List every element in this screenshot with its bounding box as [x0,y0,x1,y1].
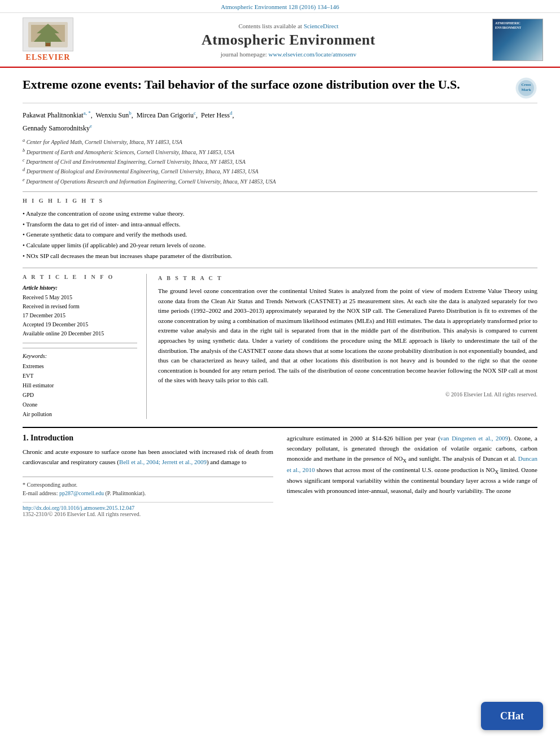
svg-text:Mark: Mark [521,88,531,92]
divider-abstract [23,268,537,268]
keyword-extremes: Extremes [23,361,137,371]
article-info: A R T I C L E I N F O Article history: R… [23,274,147,419]
highlights-section: H I G H L I G H T S Analyze the concentr… [23,198,537,261]
doi-line: http://dx.doi.org/10.1016/j.atmosenv.201… [23,505,273,511]
highlight-item-3: Generate synthetic data to compare and v… [23,229,537,240]
issn-line: 1352-2310/© 2016 Elsevier Ltd. All right… [23,511,273,517]
footnote-area: * Corresponding author. E-mail address: … [23,477,273,497]
article-title: Extreme ozone events: Tail behavior of t… [23,77,515,93]
author-mircea: Mircea Dan Grigoriu [137,111,194,119]
aff-e: e Department of Operations Research and … [23,177,537,186]
keyword-gpd: GPD [23,390,137,400]
homepage-line: journal homepage: www.elsevier.com/locat… [85,51,492,58]
author-peter: Peter Hess [201,111,230,119]
article-title-section: Extreme ozone events: Tail behavior of t… [23,77,537,103]
keyword-list: Extremes EVT Hill estimator GPD Ozone Ai… [23,361,137,419]
highlight-list: Analyze the concentration of ozone using… [23,208,537,261]
main-content: Extreme ozone events: Tail behavior of t… [0,68,560,517]
journal-header-center: Contents lists available at ScienceDirec… [85,23,492,58]
email-link[interactable]: pp287@cornell.edu [59,490,104,496]
elsevier-logo-area: ELSEVIER [11,18,85,62]
aff-d: d Department of Biological and Environme… [23,167,537,176]
aff-b: b Department of Earth and Atmospheric Sc… [23,147,537,156]
journal-header: ELSEVIER Contents lists available at Sci… [0,13,560,68]
sciencedirect-link[interactable]: ScienceDirect [304,23,339,29]
intro-text-right: agriculture estimated in 2000 at $14-$26… [287,434,537,496]
journal-cover-image: ATMOSPHERIC ENVIRONMENT [492,19,543,61]
author-line: Pakawat Phalitnonkiata, *, Wenxiu Sunb, … [23,109,537,121]
keywords-divider [23,343,137,343]
cover-text: ATMOSPHERIC ENVIRONMENT [495,21,540,30]
email-line: E-mail address: pp287@cornell.edu (P. Ph… [23,489,273,497]
authors-section: Pakawat Phalitnonkiata, *, Wenxiu Sunb, … [23,109,537,186]
keyword-ozone: Ozone [23,400,137,409]
article-info-abstract: A R T I C L E I N F O Article history: R… [23,274,537,419]
received-date: Received 5 May 2015 [23,293,137,302]
bottom-bar: http://dx.doi.org/10.1016/j.atmosenv.201… [23,502,273,517]
highlight-item-2: Transform the data to get rid of inter- … [23,219,537,230]
abstract-label: A B S T R A C T [158,274,537,283]
crossmark-badge: Cross Mark [515,77,537,99]
keyword-evt: EVT [23,371,137,381]
affiliations: a Center for Applied Math, Cornell Unive… [23,137,537,186]
article-history-content: Received 5 May 2015 Received in revised … [23,293,137,338]
intro-two-col: 1. Introduction Chronic and acute exposu… [23,434,537,517]
sciencedirect-line: Contents lists available at ScienceDirec… [85,23,492,29]
aff-c: c Department of Civil and Environmental … [23,157,537,166]
corresponding-author: * Corresponding author. [23,480,273,489]
doi-link[interactable]: http://dx.doi.org/10.1016/j.atmosenv.201… [23,505,134,511]
divider-highlights [23,191,537,192]
intro-right: agriculture estimated in 2000 at $14-$26… [287,434,537,517]
intro-left: 1. Introduction Chronic and acute exposu… [23,434,273,517]
chat-button[interactable]: CHat [481,702,543,730]
intro-text-left: Chronic and acute exposure to surface oz… [23,447,273,467]
keywords-section: Keywords: Extremes EVT Hill estimator GP… [23,348,137,419]
keywords-title: Keywords: [23,353,137,359]
copyright-line: © 2016 Elsevier Ltd. All rights reserved… [158,390,537,399]
abstract-text: The ground level ozone concentration ove… [158,286,537,386]
elsevier-tree-image [23,18,73,51]
svg-text:Cross: Cross [522,82,531,87]
author-gennady: Gennady Samorodnitsky [23,124,90,132]
journal-title: Atmospheric Environment [85,32,492,49]
intro-section-number: 1. Introduction [23,434,273,443]
journal-cover-area: ATMOSPHERIC ENVIRONMENT [492,19,549,61]
elsevier-logo: ELSEVIER [11,18,85,62]
keyword-hill: Hill estimator [23,381,137,390]
article-info-label: A R T I C L E I N F O [23,274,137,280]
elsevier-label: ELSEVIER [26,53,71,62]
homepage-link[interactable]: www.elsevier.com/locate/atmosenv [269,51,357,58]
abstract-section: A B S T R A C T The ground level ozone c… [158,274,537,419]
aff-a: a Center for Applied Math, Cornell Unive… [23,137,537,146]
chat-button-label: CHat [500,710,524,722]
author-pakawat: Pakawat Phalitnonkiat [23,111,84,119]
author-wenxiu: Wenxiu Sun [95,111,129,119]
received-revised: Received in revised form17 December 2015 [23,302,137,320]
highlight-item-1: Analyze the concentration of ozone using… [23,208,537,219]
intro-section: 1. Introduction Chronic and acute exposu… [23,427,537,517]
author-line-2: Gennady Samorodnitskye [23,122,537,134]
keyword-air: Air pollution [23,409,137,419]
available-online: Available online 20 December 2015 [23,329,137,338]
highlight-item-4: Calculate upper limits (if applicable) a… [23,240,537,251]
article-history-title: Article history: [23,285,137,291]
highlight-item-5: NOx SIP call decreases the mean but incr… [23,251,537,261]
journal-citation: Atmospheric Environment 128 (2016) 134–1… [221,3,339,10]
highlights-label: H I G H L I G H T S [23,198,537,204]
svg-rect-3 [46,43,50,46]
accepted-date: Accepted 19 December 2015 [23,320,137,329]
journal-reference: Atmospheric Environment 128 (2016) 134–1… [0,0,560,13]
